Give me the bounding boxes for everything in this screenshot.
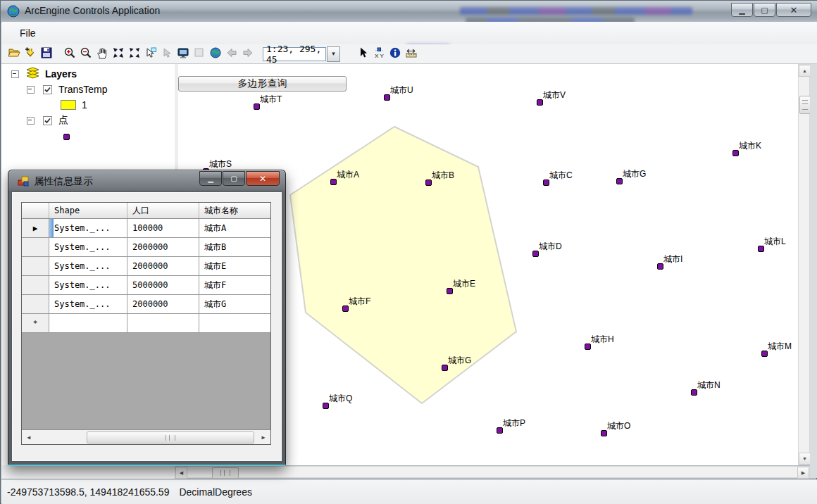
cell-cityname[interactable]: 城市G bbox=[199, 295, 270, 313]
row-header[interactable] bbox=[22, 238, 49, 256]
cell-cityname[interactable]: 城市A bbox=[199, 219, 270, 237]
city-point bbox=[761, 351, 768, 357]
scroll-down-button[interactable]: ▼ bbox=[799, 453, 811, 465]
cell-cityname[interactable]: 城市B bbox=[199, 238, 270, 256]
layer-label[interactable]: 点 bbox=[58, 114, 68, 127]
city-label: 城市P bbox=[503, 418, 525, 428]
close-button[interactable]: ✕ bbox=[776, 3, 811, 17]
toc-legend-transtemp[interactable]: 1 bbox=[61, 98, 87, 112]
column-header-cityname[interactable]: 城市名称 bbox=[199, 203, 270, 218]
column-header-shape[interactable]: Shape bbox=[49, 203, 127, 218]
cell-shape[interactable]: System._... bbox=[49, 238, 127, 256]
cell-cityname[interactable] bbox=[199, 314, 270, 332]
column-header-population[interactable]: 人口 bbox=[127, 203, 199, 218]
collapse-icon[interactable] bbox=[11, 70, 19, 78]
fixed-zoom-in-button[interactable] bbox=[110, 46, 126, 62]
layer-checkbox[interactable] bbox=[43, 116, 52, 125]
row-header[interactable]: * bbox=[22, 314, 49, 332]
full-extent-button[interactable] bbox=[126, 46, 142, 62]
arrows-inward-icon bbox=[112, 46, 125, 62]
monitor-button[interactable] bbox=[175, 46, 191, 62]
export-button-disabled[interactable] bbox=[191, 46, 207, 62]
layer-label[interactable]: TransTemp bbox=[58, 84, 108, 95]
table-row[interactable]: System._...2000000城市B bbox=[22, 238, 270, 257]
zoom-out-button[interactable] bbox=[77, 46, 94, 62]
table-row[interactable]: * bbox=[22, 314, 270, 333]
measure-tool-button[interactable] bbox=[403, 46, 419, 62]
open-document-button[interactable] bbox=[6, 46, 22, 62]
horizontal-scroll-thumb[interactable] bbox=[212, 467, 239, 479]
layers-root-label[interactable]: Layers bbox=[45, 68, 77, 80]
map-vertical-scrollbar[interactable]: ▲ ▼ bbox=[798, 64, 810, 465]
map-horizontal-scrollbar[interactable]: ◀ ▶ bbox=[175, 466, 810, 478]
dialog-maximize-button[interactable]: ▢ bbox=[223, 171, 245, 186]
pan-button[interactable] bbox=[94, 46, 110, 62]
table-row[interactable]: System._...2000000城市G bbox=[22, 295, 270, 314]
row-header[interactable]: ▶ bbox=[22, 219, 49, 237]
layer-checkbox[interactable] bbox=[43, 85, 52, 94]
scale-value[interactable]: 1:23, 295, 45 bbox=[263, 47, 326, 61]
table-row[interactable]: System._...5000000城市F bbox=[22, 276, 270, 295]
back-button-disabled[interactable] bbox=[223, 46, 239, 62]
dialog-close-button[interactable]: ✕ bbox=[246, 171, 280, 186]
xy-tool-button[interactable]: X Y bbox=[370, 46, 387, 62]
grid-scroll-left-button[interactable]: ◀ bbox=[23, 431, 35, 443]
menu-file[interactable]: File bbox=[14, 26, 42, 40]
collapse-icon[interactable] bbox=[27, 117, 35, 125]
toc-layer-points[interactable]: 点 bbox=[27, 113, 68, 127]
attribute-grid[interactable]: Shape 人口 城市名称 ▶System._...100000城市ASyste… bbox=[21, 202, 271, 445]
save-button[interactable] bbox=[38, 46, 54, 62]
title-bar[interactable]: ArcEngine Controls Application ▁ ▢ ✕ bbox=[1, 1, 817, 23]
coordinates-readout: -249753713598.5, 149418241655.59 bbox=[7, 486, 169, 498]
scale-combo[interactable]: 1:23, 295, 45 ▼ bbox=[263, 46, 340, 62]
maximize-button[interactable]: ▢ bbox=[754, 3, 775, 17]
cell-population[interactable]: 100000 bbox=[127, 219, 199, 237]
zoom-in-button[interactable] bbox=[61, 46, 77, 62]
legend-label: 1 bbox=[82, 99, 87, 111]
grid-corner-header[interactable] bbox=[22, 203, 49, 218]
cell-population[interactable]: 5000000 bbox=[127, 276, 199, 294]
table-row[interactable]: System._...2000000城市E bbox=[22, 257, 270, 276]
scroll-right-button[interactable]: ▶ bbox=[797, 467, 809, 479]
add-data-button[interactable] bbox=[22, 46, 38, 62]
cell-population[interactable] bbox=[127, 314, 199, 332]
grid-horizontal-scrollbar[interactable]: ◀ ▶ bbox=[22, 429, 270, 444]
row-header[interactable] bbox=[22, 295, 49, 313]
cell-shape[interactable]: System._... bbox=[49, 257, 127, 275]
point-symbol bbox=[63, 134, 70, 140]
toc-layer-transtemp[interactable]: TransTemp bbox=[27, 82, 108, 96]
city-point bbox=[425, 179, 432, 186]
scale-dropdown-button[interactable]: ▼ bbox=[327, 46, 340, 62]
select-graphics-button-disabled[interactable] bbox=[158, 46, 175, 62]
select-features-button[interactable] bbox=[142, 46, 158, 62]
dialog-title-bar[interactable]: 属性信息显示 ▁ ▢ ✕ bbox=[8, 170, 285, 191]
collapse-icon[interactable] bbox=[27, 86, 35, 94]
cell-population[interactable]: 2000000 bbox=[127, 257, 199, 275]
attribute-dialog[interactable]: 属性信息显示 ▁ ▢ ✕ Shape 人口 城市名称 ▶System._...1… bbox=[8, 170, 286, 466]
cell-population[interactable]: 2000000 bbox=[127, 238, 199, 256]
globe-button[interactable] bbox=[207, 46, 223, 62]
cell-shape[interactable] bbox=[49, 314, 127, 332]
polygon-query-button[interactable]: 多边形查询 bbox=[178, 76, 347, 92]
city-point bbox=[601, 430, 607, 436]
cell-shape[interactable]: System._... bbox=[49, 276, 127, 294]
dialog-minimize-button[interactable]: ▁ bbox=[199, 171, 222, 186]
row-header[interactable] bbox=[22, 276, 49, 294]
forward-button-disabled[interactable] bbox=[239, 46, 256, 62]
cell-cityname[interactable]: 城市E bbox=[199, 257, 270, 275]
cell-population[interactable]: 2000000 bbox=[127, 295, 199, 313]
cell-shape[interactable]: System._... bbox=[49, 295, 127, 313]
cell-shape[interactable]: System._... bbox=[49, 219, 127, 237]
toc-root-layers[interactable]: Layers bbox=[11, 67, 77, 81]
table-row[interactable]: ▶System._...100000城市A bbox=[22, 219, 270, 238]
vertical-scroll-thumb[interactable] bbox=[799, 96, 811, 114]
row-header[interactable] bbox=[22, 257, 49, 275]
identify-info-button[interactable] bbox=[387, 46, 403, 62]
cell-cityname[interactable]: 城市F bbox=[199, 276, 270, 294]
grid-scroll-right-button[interactable]: ▶ bbox=[258, 431, 269, 443]
scroll-up-button[interactable]: ▲ bbox=[799, 65, 811, 77]
scroll-left-button[interactable]: ◀ bbox=[175, 467, 187, 479]
grid-scroll-thumb[interactable] bbox=[87, 431, 254, 443]
pointer-tool-button[interactable] bbox=[354, 46, 370, 62]
minimize-button[interactable]: ▁ bbox=[731, 3, 753, 17]
